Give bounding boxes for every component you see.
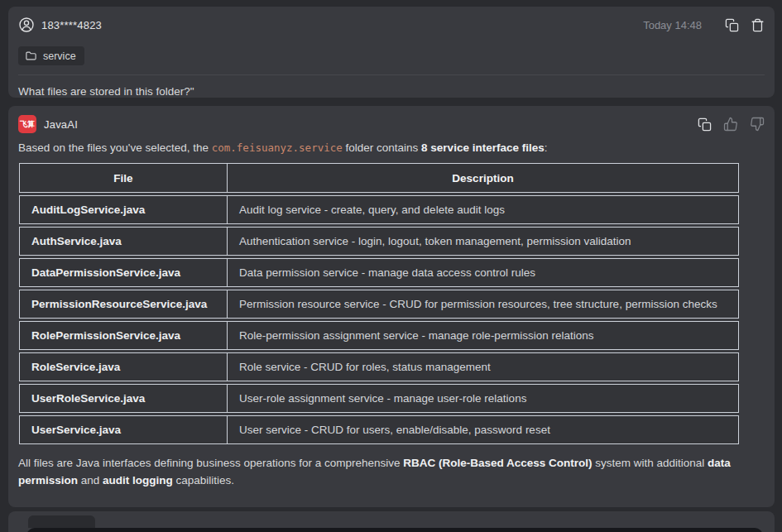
service-files-table: File Description AuditLogService.java Au… [19,161,739,447]
intro-text-1: Based on the files you've selected, the [18,141,212,154]
description-cell: User-role assignment service - manage us… [228,384,739,413]
attachment-chip-label: service [43,50,76,62]
javaai-logo-text: 飞算 [20,121,35,128]
file-cell: RolePermissionService.java [19,321,228,350]
file-cell: AuditLogService.java [19,195,228,224]
outro-text-1: All files are Java interfaces defining b… [18,457,403,469]
intro-bold-files-count: 8 service interface files [421,141,545,154]
file-cell: PermissionResourceService.java [19,290,228,319]
table-row: UserRoleService.java User-role assignmen… [19,384,739,413]
copy-icon [698,117,712,132]
next-message-card [8,511,775,532]
user-avatar-icon [18,17,35,33]
description-cell: Data permission service - manage data ac… [228,258,739,287]
bot-name: JavaAI [44,118,78,131]
message-timestamp: Today 14:48 [643,19,702,31]
username: 183****4823 [41,19,102,31]
table-header-row: File Description [19,163,739,193]
file-tab[interactable] [28,515,95,528]
description-cell: Authentication service - login, logout, … [228,227,739,256]
card-divider [18,74,765,75]
column-header-description: Description [228,163,739,193]
description-cell: Audit log service - create, query, and d… [228,195,739,224]
table-row: AuditLogService.java Audit log service -… [19,195,739,224]
javaai-logo: 飞算 [18,115,36,133]
outro-bold-audit-logging: audit logging [103,474,173,486]
ai-summary-text: All files are Java interfaces defining b… [18,454,767,489]
intro-text-2: folder contains [343,141,421,154]
file-cell: DataPermissionService.java [19,258,228,287]
dislike-button[interactable] [750,117,765,132]
outro-text-2: system with additional [592,457,708,469]
description-cell: Role service - CRUD for roles, status ma… [228,352,739,381]
description-cell: Permission resource service - CRUD for p… [228,290,739,319]
table-row: UserService.java User service - CRUD for… [19,415,739,444]
table-row: AuthService.java Authentication service … [19,227,739,256]
description-cell: Role-permission assignment service - man… [228,321,739,350]
ai-message-card: 飞算 JavaAI [8,106,775,507]
trash-icon [751,18,765,32]
thumbs-down-icon [750,117,765,132]
inline-code-package: com.feisuanyz.service [212,141,343,154]
user-question-text: What files are stored in this folder?" [18,85,765,98]
outro-text-3: and [78,474,103,486]
attachment-chip-service[interactable]: service [18,46,84,65]
table-row: RoleService.java Role service - CRUD for… [19,352,739,381]
copy-message-button[interactable] [725,18,739,32]
outro-text-4: capabilities. [173,474,234,486]
table-row: RolePermissionService.java Role-permissi… [19,321,739,350]
copy-response-button[interactable] [698,117,712,132]
file-cell: UserRoleService.java [19,384,228,413]
table-row: DataPermissionService.java Data permissi… [19,258,739,287]
thumbs-up-icon [723,117,738,132]
like-button[interactable] [723,117,738,132]
table-row: PermissionResourceService.java Permissio… [19,290,739,319]
delete-message-button[interactable] [751,18,765,32]
file-cell: UserService.java [19,415,228,444]
file-cell: AuthService.java [19,227,228,256]
file-cell: RoleService.java [19,352,228,381]
column-header-file: File [19,163,228,193]
copy-icon [725,18,739,32]
user-message-card: 183****4823 Today 14:48 [8,7,775,98]
description-cell: User service - CRUD for users, enable/di… [228,415,739,444]
ai-intro-text: Based on the files you've selected, the … [18,141,765,154]
folder-icon [25,50,37,62]
intro-text-3: : [545,141,548,154]
code-block-partial [26,528,763,532]
outro-bold-rbac: RBAC (Role-Based Access Control) [403,457,592,469]
